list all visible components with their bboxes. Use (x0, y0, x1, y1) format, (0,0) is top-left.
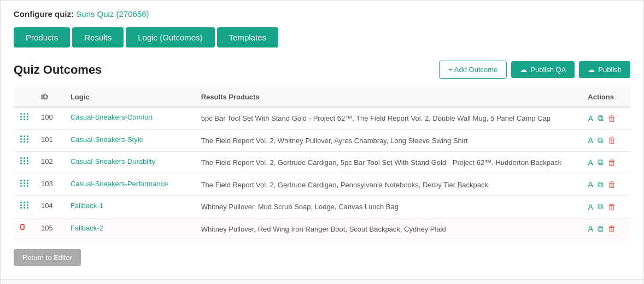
drag-cell[interactable] (14, 152, 34, 174)
copy-icon[interactable]: ⧉ (598, 157, 604, 167)
tab-products[interactable]: Products (14, 27, 70, 48)
publish-qa-button[interactable]: ☁ Publish QA (511, 61, 575, 78)
actions-cell: A⧉🗑 (581, 152, 630, 174)
actions-cell: A⧉🗑 (581, 218, 630, 240)
delete-icon[interactable]: 🗑 (608, 135, 616, 145)
copy-icon[interactable]: ⧉ (598, 113, 604, 123)
id-cell: 105 (34, 218, 64, 240)
footer: CONTACT US - HELP DOCS - BLOG - TERMS & … (1, 279, 643, 284)
logic-cell: Fallback-1 (64, 196, 195, 218)
tab-results[interactable]: Results (72, 27, 124, 48)
id-cell: 104 (34, 196, 64, 218)
col-id: ID (34, 87, 64, 107)
edit-a-icon[interactable]: A (588, 180, 593, 189)
logic-cell: Casual-Sneakers-Durablity (64, 152, 195, 174)
edit-a-icon[interactable]: A (588, 202, 593, 211)
actions-cell: A⧉🗑 (581, 196, 630, 218)
edit-a-icon[interactable]: A (588, 224, 593, 233)
cloud-icon: ☁ (520, 66, 527, 74)
col-actions: Actions (581, 87, 630, 107)
quiz-name: Suns Quiz (270656) (76, 9, 149, 19)
results-cell: The Field Report Vol. 2, Whitney Pullove… (195, 129, 582, 152)
table-row: 102Casual-Sneakers-DurablityThe Field Re… (14, 152, 630, 174)
edit-a-icon[interactable]: A (588, 114, 593, 123)
delete-icon[interactable]: 🗑 (608, 158, 616, 167)
copy-icon[interactable]: ⧉ (598, 135, 604, 145)
edit-a-icon[interactable]: A (588, 158, 593, 167)
logic-cell: Casual-Sneakers-Style (64, 129, 195, 152)
configure-title: Configure quiz: Suns Quiz (270656) (14, 9, 630, 19)
tab-templates[interactable]: Templates (217, 27, 278, 48)
id-cell: 103 (34, 174, 64, 196)
publish-button[interactable]: ☁ Publish (579, 61, 630, 78)
delete-icon[interactable]: 🗑 (608, 180, 616, 189)
logic-cell: Casual-Sneakers-Performance (64, 174, 195, 196)
col-results: Results Products (195, 87, 582, 107)
copy-icon[interactable]: ⧉ (598, 224, 604, 234)
actions-cell: A⧉🗑 (581, 174, 630, 196)
id-cell: 100 (34, 107, 64, 129)
section-header: Quiz Outcomes + Add Outcome ☁ Publish QA… (14, 61, 630, 79)
copy-icon[interactable]: ⧉ (598, 202, 604, 211)
results-cell: 5pc Bar Tool Set With Stand Gold - Proje… (195, 107, 582, 129)
table-row: 104Fallback-1Whitney Pullover, Mud Scrub… (14, 196, 630, 218)
return-to-editor-button[interactable]: Return to Editor (14, 249, 81, 266)
results-cell: Whitney Pullover, Mud Scrub Soap, Lodge,… (195, 196, 582, 218)
col-drag (14, 87, 34, 107)
results-cell: Whitney Pullover, Red Wing Iron Ranger B… (195, 218, 582, 240)
actions-cell: A⧉🗑 (581, 129, 630, 152)
id-cell: 101 (34, 129, 64, 152)
table-header-row: ID Logic Results Products Actions (14, 87, 630, 107)
tab-logic[interactable]: Logic (Outcomes) (126, 27, 214, 48)
outcomes-table: ID Logic Results Products Actions 100Cas… (14, 87, 630, 240)
add-outcome-button[interactable]: + Add Outcome (439, 61, 507, 79)
drag-cell[interactable] (14, 129, 34, 152)
table-row: 100Casual-Sneakers-Comfort5pc Bar Tool S… (14, 107, 630, 129)
footer-bar: Return to Editor (14, 240, 630, 270)
drag-cell[interactable] (14, 218, 34, 240)
logic-cell: Casual-Sneakers-Comfort (64, 107, 195, 129)
delete-icon[interactable]: 🗑 (608, 224, 616, 233)
drag-cell[interactable] (14, 107, 34, 129)
results-cell: The Field Report Vol. 2, Gertrude Cardig… (195, 174, 582, 196)
copy-icon[interactable]: ⧉ (598, 180, 604, 190)
delete-icon[interactable]: 🗑 (608, 202, 616, 211)
actions-cell: A⧉🗑 (581, 107, 630, 129)
delete-icon[interactable]: 🗑 (608, 114, 616, 123)
col-logic: Logic (64, 87, 195, 107)
tab-bar: Products Results Logic (Outcomes) Templa… (14, 27, 630, 48)
edit-a-icon[interactable]: A (588, 135, 593, 145)
drag-cell[interactable] (14, 174, 34, 196)
cloud-icon-2: ☁ (588, 66, 595, 74)
table-row: 103Casual-Sneakers-PerformanceThe Field … (14, 174, 630, 196)
drag-cell[interactable] (14, 196, 34, 218)
section-title: Quiz Outcomes (14, 63, 102, 77)
id-cell: 102 (34, 152, 64, 174)
logic-cell: Fallback-2 (64, 218, 195, 240)
table-row: 101Casual-Sneakers-StyleThe Field Report… (14, 129, 630, 152)
header-actions: + Add Outcome ☁ Publish QA ☁ Publish (439, 61, 630, 79)
table-row: 105Fallback-2Whitney Pullover, Red Wing … (14, 218, 630, 240)
results-cell: The Field Report Vol. 2, Gertrude Cardig… (195, 152, 582, 174)
